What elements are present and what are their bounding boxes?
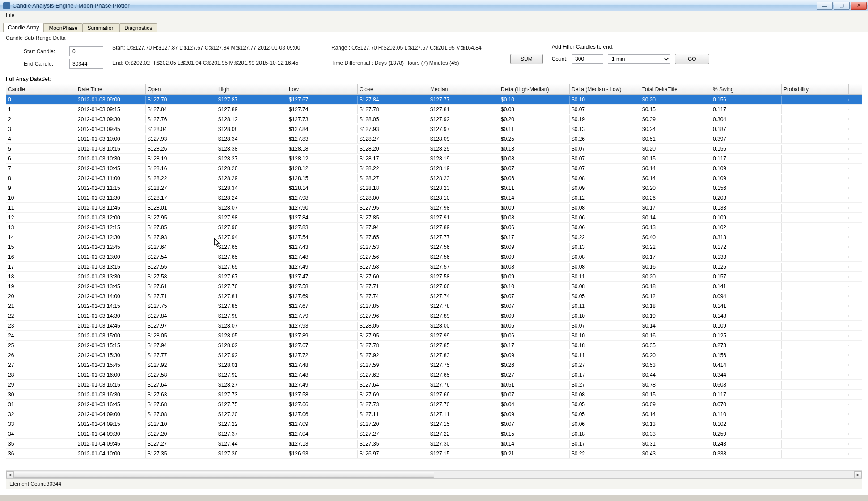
- table-row[interactable]: 92012-01-03 11:15$128.27$128.34$128.14$1…: [6, 183, 862, 193]
- hscroll-thumb[interactable]: [14, 472, 434, 478]
- table-row[interactable]: 282012-01-03 16:00$127.58$127.92$127.48$…: [6, 370, 862, 380]
- col-low[interactable]: Low: [287, 84, 358, 94]
- status-text: Element Count:30344: [9, 481, 61, 487]
- tab-candle-array[interactable]: Candle Array: [3, 23, 44, 32]
- range-line: Range : O:$127.70 H:$202.05 L:$127.67 C:…: [331, 45, 501, 51]
- hscroll-track[interactable]: [14, 471, 854, 478]
- table-row[interactable]: 52012-01-03 10:15$128.26$128.38$128.18$1…: [6, 144, 862, 154]
- minimize-button[interactable]: —: [817, 2, 833, 10]
- col-open[interactable]: Open: [146, 84, 216, 94]
- cell: $127.68: [146, 400, 216, 408]
- col-close[interactable]: Close: [358, 84, 428, 94]
- tab-moonphase[interactable]: MoonPhase: [44, 23, 82, 32]
- cell: $128.17: [146, 194, 216, 202]
- cell: $127.67: [216, 273, 287, 281]
- cell: $0.10: [499, 96, 570, 104]
- table-row[interactable]: 142012-01-03 12:30$127.93$127.94$127.54$…: [6, 232, 862, 242]
- cell: $127.98: [428, 204, 499, 212]
- table-row[interactable]: 322012-01-04 09:00$127.08$127.20$127.06$…: [6, 409, 862, 419]
- sum-button[interactable]: SUM: [510, 54, 543, 64]
- cell: $0.07: [499, 164, 570, 173]
- data-grid[interactable]: Candle Date Time Open High Low Close Med…: [6, 84, 862, 479]
- titlebar[interactable]: Candle Analysis Engine / Moon Phase Plot…: [0, 0, 868, 11]
- col-datetime[interactable]: Date Time: [76, 84, 146, 94]
- cell: [782, 413, 849, 415]
- cell: $127.96: [358, 312, 428, 320]
- horizontal-scrollbar[interactable]: ◄ ►: [6, 470, 862, 478]
- col-delta-hm[interactable]: Delta (High-Median): [499, 84, 570, 94]
- col-candle[interactable]: Candle: [6, 84, 76, 94]
- cell: $127.27: [146, 440, 216, 448]
- table-row[interactable]: 62012-01-03 10:30$128.19$128.27$128.12$1…: [6, 154, 862, 164]
- table-row[interactable]: 352012-01-04 09:45$127.27$127.44$127.13$…: [6, 439, 862, 449]
- cell: [782, 404, 849, 405]
- go-button[interactable]: GO: [675, 54, 709, 64]
- interval-select[interactable]: 1 min: [608, 54, 670, 64]
- cell: $0.10: [499, 282, 570, 290]
- table-row[interactable]: 362012-01-04 10:00$127.35$127.36$126.93$…: [6, 449, 862, 459]
- table-row[interactable]: 182012-01-03 13:30$127.58$127.67$127.47$…: [6, 272, 862, 282]
- table-row[interactable]: 82012-01-03 11:00$128.22$128.29$128.15$1…: [6, 173, 862, 183]
- table-row[interactable]: 262012-01-03 15:30$127.77$127.92$127.72$…: [6, 350, 862, 360]
- table-row[interactable]: 42012-01-03 10:00$127.93$128.34$127.83$1…: [6, 134, 862, 144]
- table-row[interactable]: 292012-01-03 16:15$127.64$128.27$127.49$…: [6, 380, 862, 390]
- col-delta-ml[interactable]: Delta (Median - Low): [570, 84, 640, 94]
- col-median[interactable]: Median: [428, 84, 499, 94]
- hscroll-right-arrow[interactable]: ►: [854, 471, 862, 478]
- cell: 2012-01-03 12:30: [76, 233, 146, 241]
- maximize-button[interactable]: ▢: [834, 2, 850, 10]
- cell: $0.18: [640, 282, 711, 290]
- table-row[interactable]: 302012-01-03 16:30$127.63$127.73$127.58$…: [6, 390, 862, 400]
- table-row[interactable]: 242012-01-03 15:00$128.05$128.05$127.89$…: [6, 331, 862, 341]
- table-row[interactable]: 72012-01-03 10:45$128.16$128.26$128.12$1…: [6, 164, 862, 173]
- close-button[interactable]: ✕: [851, 2, 867, 10]
- table-row[interactable]: 332012-01-04 09:15$127.10$127.22$127.09$…: [6, 419, 862, 429]
- cell: [782, 256, 849, 258]
- menu-file[interactable]: File: [3, 11, 17, 19]
- table-row[interactable]: 192012-01-03 13:45$127.61$127.76$127.58$…: [6, 282, 862, 291]
- table-row[interactable]: 172012-01-03 13:15$127.55$127.65$127.49$…: [6, 262, 862, 272]
- table-row[interactable]: 162012-01-03 13:00$127.54$127.65$127.48$…: [6, 252, 862, 262]
- group-title: Candle Sub-Range Delta: [6, 35, 862, 41]
- table-row[interactable]: 22012-01-03 09:30$127.76$128.12$127.73$1…: [6, 114, 862, 124]
- col-probability[interactable]: Probability: [782, 84, 849, 94]
- table-row[interactable]: 222012-01-03 14:30$127.84$127.98$127.79$…: [6, 311, 862, 321]
- tab-summation[interactable]: Summation: [82, 23, 119, 32]
- end-candle-input[interactable]: [69, 59, 103, 69]
- cell: 0.304: [711, 115, 782, 123]
- table-row[interactable]: 112012-01-03 11:45$128.01$128.07$127.90$…: [6, 203, 862, 213]
- table-row[interactable]: 152012-01-03 12:45$127.64$127.65$127.43$…: [6, 242, 862, 252]
- table-row[interactable]: 272012-01-03 15:45$127.92$128.01$127.48$…: [6, 360, 862, 370]
- hscroll-left-arrow[interactable]: ◄: [6, 471, 14, 478]
- col-total-delta[interactable]: Total DeltaTitle: [640, 84, 711, 94]
- table-row[interactable]: 12012-01-03 09:15$127.84$127.89$127.74$1…: [6, 105, 862, 114]
- table-row[interactable]: 252012-01-03 15:15$127.94$128.02$127.67$…: [6, 341, 862, 350]
- table-row[interactable]: 202012-01-03 14:00$127.71$127.81$127.69$…: [6, 291, 862, 301]
- tab-diagnostics[interactable]: Diagnostics: [119, 23, 157, 32]
- cell: $128.27: [358, 174, 428, 182]
- table-row[interactable]: 132012-01-03 12:15$127.85$127.96$127.83$…: [6, 223, 862, 232]
- cell: $127.27: [358, 430, 428, 438]
- cell: $127.78: [428, 302, 499, 310]
- cell: $0.22: [640, 243, 711, 251]
- table-row[interactable]: 102012-01-03 11:30$128.17$128.24$127.98$…: [6, 193, 862, 203]
- table-row[interactable]: 232012-01-03 14:45$127.97$128.07$127.93$…: [6, 321, 862, 331]
- col-swing[interactable]: % Swing: [711, 84, 782, 94]
- cell: $0.07: [499, 420, 570, 428]
- table-row[interactable]: 122012-01-03 12:00$127.95$127.98$127.84$…: [6, 213, 862, 223]
- table-row[interactable]: 32012-01-03 09:45$128.04$128.08$127.84$1…: [6, 124, 862, 134]
- count-input[interactable]: [572, 54, 603, 64]
- cell: $127.73: [287, 115, 358, 123]
- table-row[interactable]: 342012-01-04 09:30$127.20$127.37$127.04$…: [6, 429, 862, 439]
- table-row[interactable]: 02012-01-03 09:00$127.70$127.87$127.67$1…: [6, 95, 862, 105]
- start-candle-label: Start Candle:: [24, 48, 65, 55]
- start-candle-input[interactable]: [69, 46, 103, 56]
- col-high[interactable]: High: [216, 84, 287, 94]
- cell: 16: [6, 253, 76, 261]
- cell: $127.98: [287, 194, 358, 202]
- grid-body[interactable]: 02012-01-03 09:00$127.70$127.87$127.67$1…: [6, 95, 862, 470]
- table-row[interactable]: 212012-01-03 14:15$127.75$127.85$127.67$…: [6, 301, 862, 311]
- cell: $127.77: [146, 351, 216, 359]
- table-row[interactable]: 312012-01-03 16:45$127.68$127.75$127.66$…: [6, 400, 862, 409]
- cell: 2012-01-03 14:00: [76, 292, 146, 300]
